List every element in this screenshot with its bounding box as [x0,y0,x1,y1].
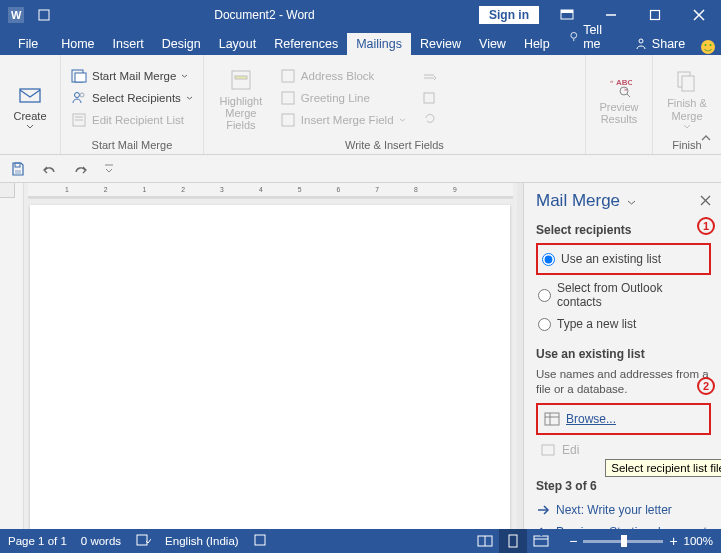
svg-rect-24 [235,76,247,79]
maximize-button[interactable] [633,0,677,30]
update-labels-button[interactable] [418,109,442,127]
zoom-slider[interactable] [583,540,663,543]
zoom-thumb[interactable] [621,535,627,547]
create-label: Create [13,110,46,122]
update-icon [422,111,438,125]
share-label: Share [652,37,685,51]
select-recipients-button[interactable]: Select Recipients [67,88,197,108]
address-icon [280,68,296,84]
word-count[interactable]: 0 words [81,535,121,547]
svg-text:8: 8 [414,186,418,193]
svg-rect-2 [39,10,49,20]
svg-text:W: W [11,9,22,21]
radio-outlook-contacts[interactable]: Select from Outlook contacts [536,277,711,313]
chevron-down-icon [26,124,34,129]
tab-layout[interactable]: Layout [210,33,266,55]
lightbulb-icon [568,30,580,44]
chevron-down-icon[interactable] [627,200,636,206]
save-button[interactable] [10,161,26,177]
autosave-icon[interactable] [38,9,50,21]
svg-rect-27 [282,114,294,126]
svg-rect-60 [255,535,265,545]
svg-text:2: 2 [181,186,185,193]
svg-line-33 [627,94,630,97]
edit-recipient-list-button[interactable]: Edit Recipient List [67,110,197,130]
word-app-icon: W [0,7,32,23]
ribbon-group-start-mail-merge: Start Mail Merge Select Recipients Edit … [61,55,204,154]
document-scroll[interactable] [24,199,517,529]
chevron-down-icon [399,118,406,122]
tab-home[interactable]: Home [52,33,103,55]
main-area: 121 234 567 89 Mail Merge Select recipie… [0,183,721,529]
match-fields-button[interactable] [418,89,442,107]
svg-rect-37 [15,170,21,174]
greeting-line-button[interactable]: Greeting Line [276,88,410,108]
quick-access-toolbar [0,155,721,183]
rules-icon [422,71,438,85]
radio-input-existing[interactable] [542,253,555,266]
read-mode-button[interactable] [471,529,499,553]
radio-use-existing-list[interactable]: Use an existing list [540,248,707,270]
insert-merge-field-button[interactable]: Insert Merge Field [276,110,410,130]
document-title: Document2 - Word [50,8,479,22]
redo-icon [72,162,90,176]
edit-list-icon [71,112,87,128]
tell-me[interactable]: Tell me [559,19,625,55]
page-indicator[interactable]: Page 1 of 1 [8,535,67,547]
svg-text:2: 2 [104,186,108,193]
edit-recipient-link[interactable]: Edi [536,439,711,461]
save-icon [10,161,26,177]
spellcheck-icon[interactable] [135,533,151,549]
radio-type-new-list[interactable]: Type a new list [536,313,711,335]
svg-rect-53 [545,413,559,425]
envelopes-labels-button[interactable]: Create [6,59,54,149]
next-step-link[interactable]: Next: Write your letter [536,499,711,521]
svg-point-14 [709,44,711,46]
redo-button[interactable] [72,162,90,176]
pane-close-button[interactable] [700,193,711,209]
vertical-ruler[interactable] [0,183,24,529]
address-block-button[interactable]: Address Block [276,66,410,86]
document-area: 121 234 567 89 [24,183,517,529]
svg-text:5: 5 [298,186,302,193]
ribbon-group-preview: «ABC» Preview Results [586,55,653,154]
share-button[interactable]: Share [625,33,694,55]
highlight-icon [228,67,254,93]
feedback-smiley-icon[interactable] [694,39,721,55]
radio-input-new[interactable] [538,318,551,331]
undo-icon [40,162,58,176]
svg-rect-4 [561,10,573,13]
radio-input-outlook[interactable] [538,289,551,302]
mail-merge-pane: Mail Merge Select recipients 1 Use an ex… [523,183,721,529]
print-layout-button[interactable] [499,529,527,553]
svg-rect-15 [20,89,40,102]
preview-results-button[interactable]: «ABC» Preview Results [592,59,646,137]
tab-design[interactable]: Design [153,33,210,55]
start-mail-merge-button[interactable]: Start Mail Merge [67,66,197,86]
tab-review[interactable]: Review [411,33,470,55]
qat-customize-button[interactable] [104,163,114,175]
language-indicator[interactable]: English (India) [165,535,239,547]
horizontal-ruler[interactable]: 121 234 567 89 [28,183,513,199]
svg-point-9 [571,32,577,38]
close-button[interactable] [677,0,721,30]
svg-rect-63 [509,535,517,547]
undo-button[interactable] [40,162,58,176]
use-existing-description: Use names and addresses from a file or a… [536,367,711,397]
svg-rect-6 [651,11,660,20]
rules-button[interactable] [418,69,442,87]
tab-file[interactable]: File [4,33,52,55]
accessibility-icon[interactable] [253,533,267,549]
table-icon [544,412,560,426]
tab-references[interactable]: References [265,33,347,55]
document-page[interactable] [30,205,510,529]
browse-link[interactable]: Browse... [540,408,707,430]
tab-insert[interactable]: Insert [104,33,153,55]
highlight-merge-fields-button[interactable]: Highlight Merge Fields [210,59,272,137]
tab-view[interactable]: View [470,33,515,55]
finish-merge-button[interactable]: Finish & Merge [659,59,715,137]
tab-mailings[interactable]: Mailings [347,33,411,55]
collapse-ribbon-icon[interactable] [699,130,713,148]
signin-button[interactable]: Sign in [479,6,539,24]
tab-help[interactable]: Help [515,33,559,55]
